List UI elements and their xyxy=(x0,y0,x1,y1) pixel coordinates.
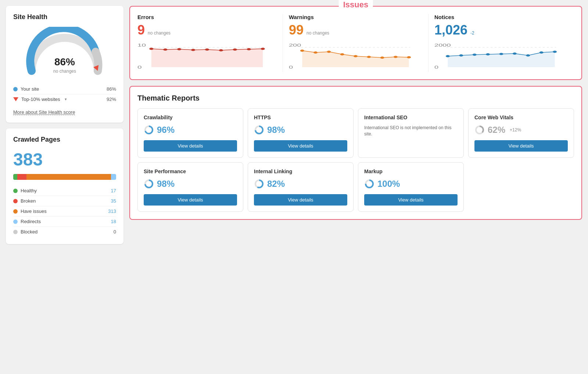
internal-linking-score-row: 82% xyxy=(254,179,347,189)
svg-point-6 xyxy=(177,48,181,50)
svg-text:0: 0 xyxy=(137,65,142,70)
notices-label: Notices xyxy=(434,14,568,20)
crawlability-score: 96% xyxy=(157,125,175,135)
warnings-count-row: 99 no changes xyxy=(289,22,422,38)
gauge-text: 86% no changes xyxy=(53,56,76,74)
site-performance-score-row: 98% xyxy=(144,179,237,189)
top-sites-row: Top-10% websites ▾ 92% xyxy=(13,94,116,104)
svg-point-35 xyxy=(513,52,517,55)
internal-linking-view-details-btn[interactable]: View details xyxy=(254,194,347,206)
markup-score-row: 100% xyxy=(364,179,458,189)
markup-score: 100% xyxy=(377,179,400,189)
report-https: HTTPS 98% View details xyxy=(248,108,354,158)
svg-text:2000: 2000 xyxy=(434,43,451,47)
dot-broken xyxy=(13,199,18,203)
svg-point-20 xyxy=(340,53,344,55)
notices-change: -2 xyxy=(470,30,474,36)
value-broken: 35 xyxy=(111,198,116,204)
warnings-count: 99 xyxy=(289,22,304,38)
svg-point-8 xyxy=(205,48,209,51)
core-web-vitals-score-row: 62% +12% xyxy=(474,125,568,135)
gauge-container: 86% no changes xyxy=(13,27,116,78)
https-donut-icon xyxy=(254,125,264,135)
core-web-vitals-view-details-btn[interactable]: View details xyxy=(474,140,568,152)
https-view-details-btn[interactable]: View details xyxy=(254,140,347,152)
crawled-count: 383 xyxy=(13,149,116,170)
label-have-issues: Have issues xyxy=(21,208,47,214)
notices-col: Notices 1,026 -2 2000 0 xyxy=(429,14,574,72)
top-sites-value: 92% xyxy=(107,97,116,102)
report-international-seo: International SEO International SEO is n… xyxy=(358,108,464,158)
issues-title: Issues xyxy=(339,0,373,10)
legend-redirects: Redirects 18 xyxy=(13,217,116,227)
warnings-col: Warnings 99 no changes 200 0 xyxy=(283,14,429,72)
warnings-change: no changes xyxy=(306,30,329,36)
report-internal-linking: Internal Linking 82% View details xyxy=(248,162,354,212)
thematic-title: Thematic Reports xyxy=(137,94,574,102)
notices-count: 1,026 xyxy=(434,22,467,38)
svg-point-37 xyxy=(539,51,544,54)
international-seo-note: International SEO is not implemented on … xyxy=(364,125,458,137)
svg-point-22 xyxy=(367,56,371,58)
svg-point-31 xyxy=(459,54,463,57)
report-crawlability: Crawlability 96% View details xyxy=(137,108,243,158)
site-health-card: Site Health 86% no changes xyxy=(6,6,123,123)
label-redirects: Redirects xyxy=(21,219,41,224)
core-web-vitals-change: +12% xyxy=(510,127,521,132)
https-score-row: 98% xyxy=(254,125,347,135)
internal-linking-donut-icon xyxy=(254,179,264,189)
core-web-vitals-title: Core Web Vitals xyxy=(474,115,568,120)
core-web-vitals-donut-icon xyxy=(474,125,485,135)
chevron-down-icon[interactable]: ▾ xyxy=(65,97,67,102)
top-sites-label: Top-10% websites xyxy=(21,97,60,102)
crawlability-view-details-btn[interactable]: View details xyxy=(144,140,237,152)
errors-col: Errors 9 no changes 10 0 xyxy=(137,14,283,72)
svg-point-34 xyxy=(499,53,503,55)
legend-broken: Broken 35 xyxy=(13,196,116,206)
svg-text:10: 10 xyxy=(137,43,146,48)
svg-point-19 xyxy=(327,51,331,53)
crawlability-title: Crawlability xyxy=(144,115,237,120)
errors-count: 9 xyxy=(137,22,145,38)
svg-point-23 xyxy=(380,57,384,59)
site-performance-view-details-btn[interactable]: View details xyxy=(144,194,237,206)
your-site-label: Your site xyxy=(21,86,39,92)
bar-redirects xyxy=(111,174,116,180)
gauge-percent: 86% xyxy=(53,56,76,68)
report-core-web-vitals: Core Web Vitals 62% +12% View details xyxy=(468,108,574,158)
international-seo-title: International SEO xyxy=(364,115,458,120)
svg-point-12 xyxy=(261,48,265,50)
your-site-dot xyxy=(13,87,18,91)
svg-point-4 xyxy=(149,48,153,50)
label-healthy: Healthy xyxy=(21,188,37,193)
svg-point-18 xyxy=(313,51,318,54)
more-about-link[interactable]: More about Site Health score xyxy=(13,109,75,115)
legend-have-issues: Have issues 313 xyxy=(13,206,116,217)
label-broken: Broken xyxy=(21,198,36,204)
markup-view-details-btn[interactable]: View details xyxy=(364,194,458,206)
markup-title: Markup xyxy=(364,168,458,174)
svg-point-17 xyxy=(300,50,304,52)
core-web-vitals-score: 62% xyxy=(488,125,505,135)
right-column: Issues Errors 9 no changes 10 0 xyxy=(129,6,582,244)
crawled-pages-card: Crawled Pages 383 Healthy 17 Broken xyxy=(6,128,123,244)
dot-have-issues xyxy=(13,209,18,214)
svg-point-11 xyxy=(247,48,251,50)
site-performance-score: 98% xyxy=(157,179,175,189)
svg-point-33 xyxy=(486,53,490,55)
main-layout: Site Health 86% no changes xyxy=(6,6,582,244)
svg-point-9 xyxy=(219,49,223,51)
markup-donut-icon xyxy=(364,179,374,189)
report-markup: Markup 100% View details xyxy=(358,162,464,212)
errors-change: no changes xyxy=(148,30,171,36)
svg-point-7 xyxy=(191,49,195,51)
notices-chart: 2000 0 xyxy=(434,41,568,71)
value-healthy: 17 xyxy=(111,188,116,193)
internal-linking-score: 82% xyxy=(267,179,285,189)
site-performance-title: Site Performance xyxy=(144,168,237,174)
svg-point-10 xyxy=(233,48,237,51)
crawlability-score-row: 96% xyxy=(144,125,237,135)
your-site-row: Your site 86% xyxy=(13,84,116,94)
top-sites-left: Top-10% websites ▾ xyxy=(13,97,67,102)
svg-text:200: 200 xyxy=(289,43,301,47)
